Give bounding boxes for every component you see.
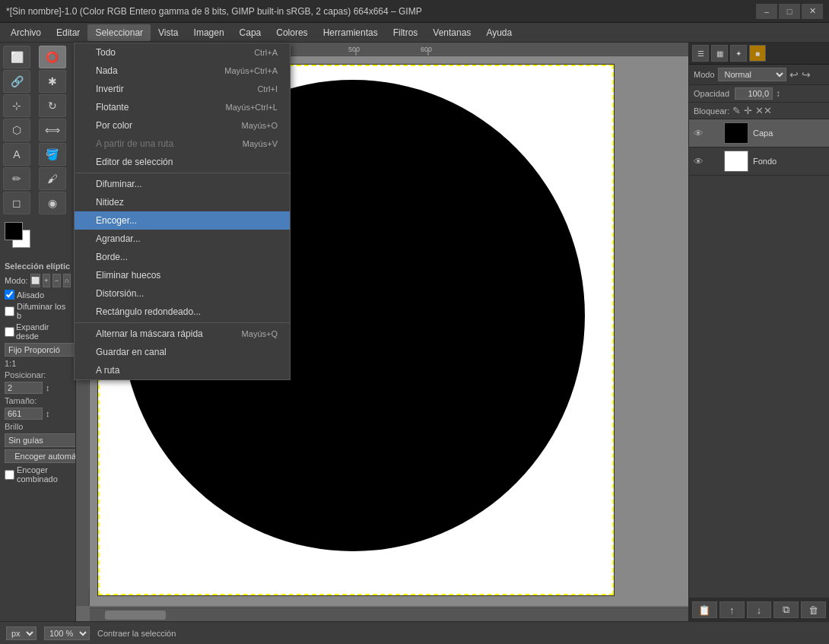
menu-item-nitidez-label: Nitidez (96, 197, 124, 208)
menu-item-difuminar[interactable]: Difuminar... (75, 175, 290, 193)
menu-item-mascara-label: Alternar la máscara rápida (96, 328, 203, 339)
menu-item-difuminar-label: Difuminar... (96, 179, 142, 189)
seleccionar-menu: Todo Ctrl+A Nada Mayús+Ctrl+A Invertir C… (74, 43, 291, 380)
menu-item-agrandar-label: Agrandar... (96, 233, 141, 244)
separator-1 (75, 173, 290, 173)
menu-item-porcolor-label: Por color (96, 120, 132, 131)
menu-item-porcolor[interactable]: Por color Mayús+O (75, 116, 290, 135)
menu-item-rectangulo-label: Rectángulo redondeado... (96, 306, 201, 317)
menu-item-borde-label: Borde... (96, 252, 128, 262)
menu-item-nada[interactable]: Nada Mayús+Ctrl+A (75, 62, 290, 80)
menu-item-nada-label: Nada (96, 65, 118, 76)
menu-item-mascara[interactable]: Alternar la máscara rápida Mayús+Q (75, 325, 290, 343)
menu-item-guardar[interactable]: Guardar en canal (75, 343, 290, 361)
menu-item-mascara-shortcut: Mayús+Q (242, 329, 278, 338)
menu-item-encoger[interactable]: Encoger... (75, 211, 290, 230)
menu-item-encoger-label: Encoger... (96, 215, 137, 226)
menu-item-nitidez[interactable]: Nitidez (75, 193, 290, 211)
separator-2 (75, 322, 290, 323)
menu-item-todo-label: Todo (96, 47, 116, 58)
menu-item-flotante[interactable]: Flotante Mayús+Ctrl+L (75, 98, 290, 116)
menu-item-porcolor-shortcut: Mayús+O (242, 121, 278, 130)
menu-item-agrandar[interactable]: Agrandar... (75, 230, 290, 248)
menu-item-invertir-shortcut: Ctrl+I (257, 84, 278, 94)
menu-item-ruta-shortcut: Mayús+V (243, 139, 278, 148)
menu-item-aruta[interactable]: A ruta (75, 361, 290, 379)
menu-item-distorsion[interactable]: Distorsión... (75, 284, 290, 303)
menu-item-invertir[interactable]: Invertir Ctrl+I (75, 80, 290, 98)
menu-item-nada-shortcut: Mayús+Ctrl+A (224, 66, 278, 75)
menu-item-editor-label: Editor de selección (96, 157, 173, 167)
menu-item-eliminar-label: Eliminar huecos (96, 270, 160, 281)
menu-item-distorsion-label: Distorsión... (96, 288, 144, 299)
menu-item-ruta: A partir de una ruta Mayús+V (75, 135, 290, 153)
menu-item-flotante-label: Flotante (96, 102, 129, 113)
menu-item-borde[interactable]: Borde... (75, 248, 290, 266)
menu-item-todo-shortcut: Ctrl+A (254, 48, 278, 57)
menu-item-eliminar[interactable]: Eliminar huecos (75, 266, 290, 284)
menu-item-flotante-shortcut: Mayús+Ctrl+L (226, 103, 278, 112)
menu-item-guardar-label: Guardar en canal (96, 347, 167, 357)
menu-item-aruta-label: A ruta (96, 365, 119, 376)
menu-item-invertir-label: Invertir (96, 84, 124, 94)
dropdown-overlay[interactable]: Todo Ctrl+A Nada Mayús+Ctrl+A Invertir C… (0, 0, 829, 644)
menu-item-editor[interactable]: Editor de selección (75, 153, 290, 171)
menu-item-ruta-label: A partir de una ruta (96, 138, 173, 149)
menu-item-rectangulo[interactable]: Rectángulo redondeado... (75, 303, 290, 321)
menu-item-todo[interactable]: Todo Ctrl+A (75, 43, 290, 62)
